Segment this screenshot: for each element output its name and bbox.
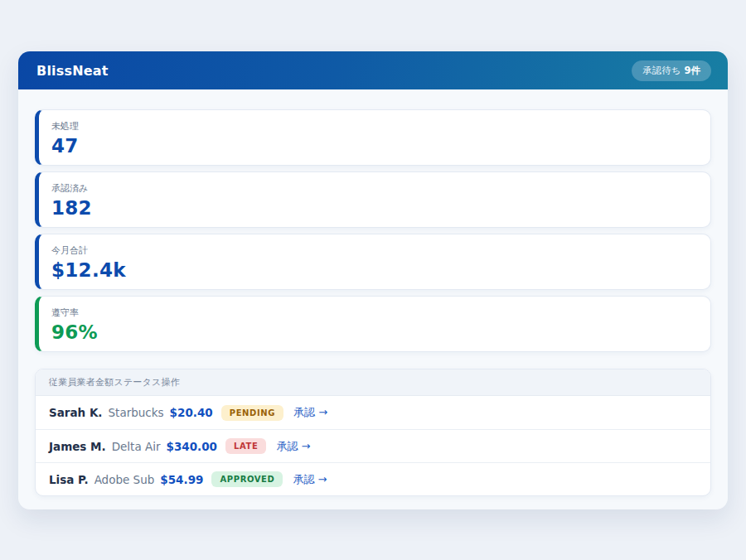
column-header-actions: 操作 (161, 377, 179, 388)
stat-value: 96% (51, 321, 697, 343)
column-header-status: ステータス (114, 377, 161, 388)
app-body: 未処理 47 承認済み 182 今月合計 $12.4k 遵守率 96% 従業員業… (18, 89, 728, 513)
table-header-row: 従業員業者金額ステータス操作 (36, 369, 710, 396)
status-badge: APPROVED (211, 471, 283, 487)
expense-amount: $340.00 (167, 440, 218, 453)
app-container: BlissNeat 承認待ち 9件 未処理 47 承認済み 182 今月合計 $… (18, 51, 728, 509)
table-row: Sarah K. Starbucks $20.40 PENDING 承認 → (36, 396, 710, 429)
status-badge: PENDING (221, 405, 283, 421)
employee-name: James M. (49, 440, 106, 453)
stat-card-approved: 承認済み 182 (35, 171, 711, 228)
vendor-name: Delta Air (112, 440, 161, 453)
table-row: Lisa P. Adobe Sub $54.99 APPROVED 承認 → (36, 462, 710, 495)
column-header-amount: 金額 (95, 377, 114, 388)
stat-card-compliance-rate: 遵守率 96% (35, 296, 711, 352)
expense-amount: $20.40 (170, 406, 213, 419)
stat-card-unprocessed: 未処理 47 (35, 109, 711, 166)
stat-card-month-total: 今月合計 $12.4k (35, 234, 711, 290)
vendor-name: Adobe Sub (94, 473, 155, 486)
vendor-name: Starbucks (109, 406, 164, 419)
status-badge: LATE (225, 438, 266, 454)
approve-link[interactable]: 承認 → (293, 405, 327, 420)
approve-link[interactable]: 承認 → (276, 439, 310, 454)
stat-label: 承認済み (51, 182, 697, 195)
expense-amount: $54.99 (160, 473, 203, 486)
stat-value: 47 (51, 135, 697, 157)
employee-name: Lisa P. (49, 473, 89, 486)
app-title: BlissNeat (36, 63, 109, 79)
stat-value: 182 (51, 197, 697, 219)
pending-badge-count: 9件 (684, 65, 700, 77)
pending-badge-label: 承認待ち (642, 65, 681, 77)
expense-table: 従業員業者金額ステータス操作 Sarah K. Starbucks $20.40… (35, 369, 711, 496)
employee-name: Sarah K. (49, 406, 103, 419)
stat-label: 今月合計 (51, 244, 697, 257)
column-header-vendor: 業者 (77, 377, 95, 388)
app-header: BlissNeat 承認待ち 9件 (18, 51, 728, 89)
pending-count-badge: 承認待ち 9件 (632, 60, 711, 81)
stat-label: 遵守率 (51, 307, 697, 319)
approve-link[interactable]: 承認 → (293, 472, 327, 487)
stat-value: $12.4k (51, 259, 697, 281)
table-row: James M. Delta Air $340.00 LATE 承認 → (36, 429, 710, 462)
column-header-employee: 従業員 (49, 377, 77, 388)
stat-label: 未処理 (51, 120, 697, 133)
